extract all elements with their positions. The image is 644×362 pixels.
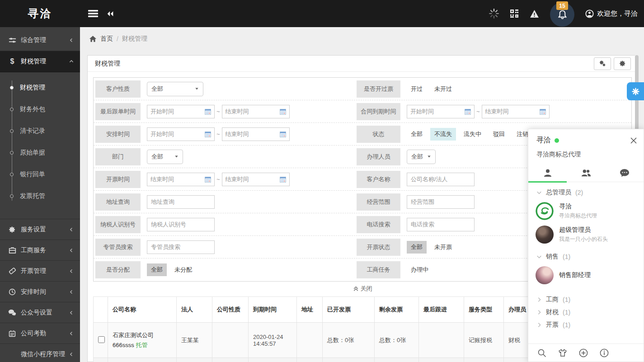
qr-code-icon[interactable]	[510, 9, 519, 18]
last-follow-end-date-input[interactable]: 结束时间	[222, 105, 290, 118]
customer-name-input[interactable]	[407, 173, 475, 186]
contract-expire-start-date-input[interactable]: 开始时间	[407, 105, 475, 118]
status-option-rejected[interactable]: 驳回	[489, 128, 509, 141]
invoice-time-start-date-input[interactable]: 结束时间	[147, 173, 215, 186]
taxpayer-id-input[interactable]	[147, 218, 215, 231]
filter-label: 客户性质	[95, 80, 141, 98]
filter-label: 开票时间	[95, 171, 141, 188]
tab-contacts[interactable]	[528, 164, 567, 182]
group-invoicing[interactable]: 开票 (1)	[528, 319, 644, 331]
select-all-header	[94, 297, 108, 323]
schedule-end-date-input[interactable]: 结束时间	[222, 127, 290, 141]
status-option-not-lost[interactable]: 不流失	[430, 128, 456, 141]
invoice-time-end-date-input[interactable]: 结束时间	[222, 173, 290, 186]
assigned-option-unassigned[interactable]: 未分配	[170, 263, 196, 276]
col-invoiced: 已开发票	[323, 297, 375, 323]
floating-action-button[interactable]	[627, 82, 644, 100]
tab-messages[interactable]	[605, 164, 644, 182]
sidebar-item-attendance[interactable]: 公司考勤	[0, 323, 80, 344]
service-type-cell: 记账报税	[464, 323, 504, 358]
group-sales[interactable]: 销售 (1)	[528, 250, 644, 263]
business-task-option-processing[interactable]: 办理中	[407, 263, 432, 276]
sidebar-item-general-mgmt[interactable]: 综合管理	[0, 30, 80, 51]
warning-icon[interactable]	[530, 9, 539, 18]
sidebar-item-invoicing-mgmt[interactable]: 开票管理	[0, 261, 80, 282]
address-cell	[297, 323, 323, 358]
settings-gear-button[interactable]	[614, 57, 631, 70]
filter-label: 工商任务	[357, 261, 400, 278]
option-invoiced-yes[interactable]: 开过	[407, 83, 427, 95]
gear-icon	[8, 226, 16, 234]
submenu-item-card-clearing[interactable]: 清卡记录	[0, 120, 80, 142]
sidebar-item-finance-tax[interactable]: $ 财税管理	[0, 51, 80, 72]
people-icon	[581, 169, 591, 178]
submenu-item-original-docs[interactable]: 原始单据	[0, 142, 80, 164]
contact-xunqia[interactable]: 寻洽 寻洽商标总代理	[528, 199, 644, 223]
invoice-status-option-none[interactable]: 未开票	[430, 241, 456, 254]
assigned-option-all[interactable]: 全部	[147, 263, 167, 276]
shirt-icon[interactable]	[558, 348, 567, 357]
chevron-up-icon	[69, 59, 74, 64]
app-logo[interactable]: 寻洽	[0, 0, 80, 27]
col-last-follow: 最后跟进	[419, 297, 464, 323]
invoice-status-option-all[interactable]: 全部	[407, 241, 427, 254]
customer-nature-select[interactable]: 全部	[147, 82, 203, 96]
close-icon[interactable]	[630, 137, 637, 144]
settings-gears-button[interactable]	[594, 57, 611, 70]
supervisor-search-input[interactable]	[147, 240, 215, 254]
submenu-item-finance-outsourcing[interactable]: 财务外包	[0, 99, 80, 120]
contact-sales-manager[interactable]: 销售部经理	[528, 263, 644, 287]
row-checkbox[interactable]	[98, 336, 105, 343]
sidebar-item-service-settings[interactable]: 服务设置	[0, 219, 80, 240]
legal-person-cell: 王某某	[177, 323, 212, 358]
schedule-start-date-input[interactable]: 开始时间	[147, 127, 215, 141]
filter-label: 状态	[357, 126, 400, 143]
sidebar-item-schedule-time[interactable]: 安排时间	[0, 282, 80, 302]
handler-select[interactable]: 全部	[407, 150, 436, 164]
user-menu[interactable]: 欢迎您，寻洽	[585, 9, 638, 18]
topbar-actions: 15 欢迎您，寻洽	[489, 0, 644, 27]
tab-groups[interactable]	[567, 164, 605, 182]
breadcrumb-current: 财税管理	[122, 35, 147, 43]
sidebar-item-official-account[interactable]: 公众号设置	[0, 302, 80, 323]
filter-label: 电话搜索	[357, 216, 400, 233]
department-select[interactable]: 全部	[147, 150, 183, 164]
last-follow-start-date-input[interactable]: 开始时间	[147, 105, 215, 118]
address-search-input[interactable]	[147, 195, 215, 209]
search-icon[interactable]	[537, 348, 546, 357]
notifications-button[interactable]: 15	[550, 2, 574, 27]
submenu-item-invoice-escrow[interactable]: 发票托管	[0, 185, 80, 207]
chevron-right-icon	[536, 297, 542, 302]
sidebar-toggle-button[interactable]	[86, 0, 100, 27]
briefcase-icon	[8, 246, 16, 254]
group-business[interactable]: 工商 (1)	[528, 293, 644, 306]
phone-search-input[interactable]	[407, 218, 475, 231]
gears-icon	[599, 60, 606, 67]
online-status-dot	[555, 138, 559, 143]
chevron-left-icon	[69, 227, 74, 232]
submenu-item-finance-tax-mgmt[interactable]: 财税管理	[0, 77, 80, 99]
breadcrumb-home[interactable]: 首页	[100, 35, 113, 43]
contact-list: 总管理员 (2) 寻洽 寻洽商标总代理 超级管理员 我是一只小小的石头 销售 (…	[528, 182, 644, 331]
contract-expire-end-date-input[interactable]: 结束时间	[482, 105, 550, 118]
loading-spinner-icon[interactable]	[489, 9, 499, 19]
rewind-icon	[106, 10, 114, 17]
status-option-all[interactable]: 全部	[407, 128, 427, 141]
panel-header: 财税管理	[88, 56, 636, 72]
submenu-item-bank-receipts[interactable]: 银行回单	[0, 164, 80, 185]
sidebar-item-business-services[interactable]: 工商服务	[0, 240, 80, 261]
filter-label: 开票状态	[357, 239, 400, 256]
sidebar-item-miniprogram-mgmt[interactable]: 微信小程序管理	[0, 344, 80, 362]
status-option-losing[interactable]: 流失中	[460, 128, 485, 141]
expire-time-cell: 2020-01-24 14:45:57	[249, 323, 297, 358]
option-invoiced-no[interactable]: 未开过	[430, 83, 456, 95]
info-circle-icon[interactable]	[600, 348, 609, 357]
contact-super-admin[interactable]: 超级管理员 我是一只小小的石头	[528, 223, 644, 246]
collapse-all-button[interactable]	[103, 0, 118, 27]
group-super-admins[interactable]: 总管理员 (2)	[528, 186, 644, 199]
chevron-left-icon	[69, 352, 74, 357]
business-scope-input[interactable]	[407, 195, 475, 209]
group-finance-tax[interactable]: 财税 (1)	[528, 306, 644, 319]
plus-circle-icon[interactable]	[579, 348, 588, 357]
chevron-left-icon	[69, 331, 74, 336]
